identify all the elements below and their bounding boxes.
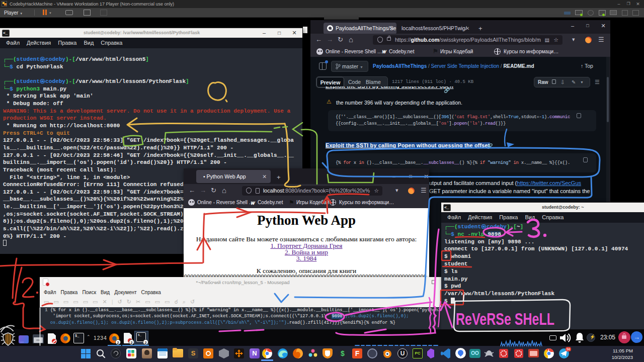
svg-text:ReVeRSe SHeLL: ReVeRSe SHeLL xyxy=(456,310,554,328)
